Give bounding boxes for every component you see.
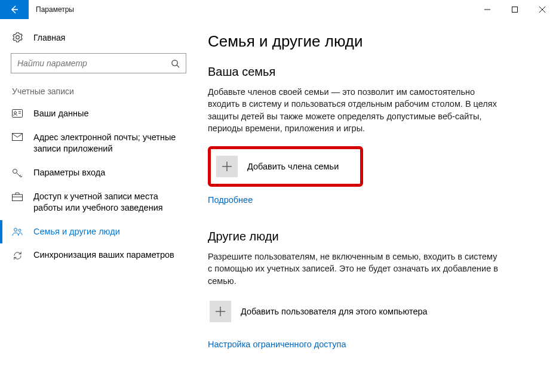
key-icon bbox=[12, 167, 23, 179]
search-box[interactable] bbox=[11, 53, 186, 73]
svg-point-5 bbox=[172, 60, 177, 65]
minimize-button[interactable] bbox=[474, 0, 501, 19]
sync-icon bbox=[12, 249, 23, 261]
family-more-link[interactable]: Подробнее bbox=[208, 195, 253, 205]
svg-line-6 bbox=[177, 65, 179, 67]
svg-line-13 bbox=[17, 172, 21, 177]
sidebar-item-label: Семья и другие люди bbox=[33, 226, 185, 238]
highlight-frame: Добавить члена семьи bbox=[208, 146, 363, 187]
add-family-label: Добавить члена семьи bbox=[247, 162, 339, 171]
sidebar-home-label: Главная bbox=[33, 33, 65, 42]
svg-point-18 bbox=[14, 228, 17, 231]
svg-point-12 bbox=[13, 169, 17, 173]
window-title: Параметры bbox=[29, 5, 74, 14]
others-desc: Разрешите пользователям, не включенным в… bbox=[208, 251, 500, 287]
page-title: Семья и другие люди bbox=[208, 32, 532, 51]
svg-point-19 bbox=[19, 229, 21, 232]
add-family-member-button[interactable]: Добавить члена семьи bbox=[214, 154, 357, 179]
svg-point-8 bbox=[14, 112, 17, 114]
id-card-icon bbox=[12, 108, 23, 118]
sidebar-group-title: Учетные записи bbox=[5, 84, 192, 102]
gear-icon bbox=[12, 32, 23, 42]
sidebar-home[interactable]: Главная bbox=[5, 27, 192, 47]
sidebar-item-signin-options[interactable]: Параметры входа bbox=[0, 161, 192, 185]
add-other-user-button[interactable]: Добавить пользователя для этого компьюте… bbox=[208, 299, 500, 324]
search-input[interactable] bbox=[17, 58, 171, 68]
titlebar: Параметры bbox=[0, 0, 556, 19]
others-heading: Другие люди bbox=[208, 230, 532, 243]
family-desc: Добавьте членов своей семьи — это позвол… bbox=[208, 86, 500, 134]
sidebar: Главная Учетные записи Ваши данные Адрес… bbox=[0, 19, 197, 392]
close-button[interactable] bbox=[529, 0, 556, 19]
mail-icon bbox=[12, 132, 23, 141]
sidebar-item-email-accounts[interactable]: Адрес электронной почты; учетные записи … bbox=[0, 126, 192, 161]
back-button[interactable] bbox=[0, 0, 29, 19]
sidebar-item-family[interactable]: Семья и другие люди bbox=[0, 220, 192, 244]
sidebar-item-sync[interactable]: Синхронизация ваших параметров bbox=[0, 243, 192, 267]
restricted-access-link[interactable]: Настройка ограниченного доступа bbox=[208, 339, 346, 349]
sidebar-item-label: Параметры входа bbox=[33, 167, 185, 179]
sidebar-item-work-access[interactable]: Доступ к учетной записи места работы или… bbox=[0, 185, 192, 220]
search-icon bbox=[171, 59, 180, 68]
sidebar-item-label: Доступ к учетной записи места работы или… bbox=[33, 191, 185, 214]
family-heading: Ваша семья bbox=[208, 65, 532, 79]
svg-rect-2 bbox=[512, 7, 518, 13]
add-other-label: Добавить пользователя для этого компьюте… bbox=[241, 307, 428, 316]
plus-icon bbox=[210, 301, 231, 322]
sidebar-item-label: Адрес электронной почты; учетные записи … bbox=[33, 132, 185, 155]
sidebar-item-your-info[interactable]: Ваши данные bbox=[0, 102, 192, 126]
briefcase-icon bbox=[12, 191, 23, 201]
svg-line-14 bbox=[20, 175, 21, 176]
people-icon bbox=[12, 226, 23, 236]
svg-line-15 bbox=[21, 176, 22, 177]
plus-icon bbox=[216, 156, 238, 177]
window-controls bbox=[474, 0, 556, 19]
main-panel: Семья и другие люди Ваша семья Добавьте … bbox=[197, 19, 556, 392]
maximize-button[interactable] bbox=[501, 0, 529, 19]
sidebar-item-label: Синхронизация ваших параметров bbox=[33, 249, 185, 261]
svg-rect-16 bbox=[13, 195, 23, 201]
sidebar-item-label: Ваши данные bbox=[33, 108, 185, 120]
